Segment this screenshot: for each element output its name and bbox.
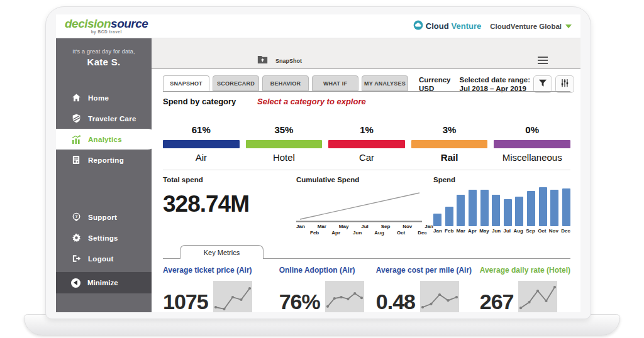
category-hotel[interactable]: 35% Hotel: [246, 124, 323, 163]
category-bar[interactable]: [328, 140, 405, 148]
bar[interactable]: [504, 199, 512, 226]
axis-tick-label: Sep: [526, 228, 535, 234]
metric-title: Online Adoption (Air): [279, 266, 376, 275]
metric-sparkline: [325, 281, 364, 312]
axis-tick-label: Dec: [561, 228, 570, 234]
sidebar-item-logout[interactable]: Logout: [56, 248, 152, 269]
bar[interactable]: [515, 197, 523, 226]
axis-tick-label: Jan: [296, 224, 305, 229]
sidebar-item-support[interactable]: ? Support: [56, 207, 152, 227]
app-header: decisionsource by BCD travel CloudVentur…: [56, 14, 580, 38]
cumulative-spend-block: Cumulative Spend JanMarMayJulSepNovJan F…: [296, 176, 433, 236]
axis-tick-label: May: [479, 228, 489, 234]
minimize-label: Minimize: [87, 279, 118, 286]
category-air[interactable]: 61% Air: [163, 124, 240, 163]
metric-sparkline: [420, 281, 459, 312]
sidebar-item-label: Support: [88, 214, 117, 221]
axis-tick-label: May: [339, 224, 349, 229]
help-bulb-icon: ?: [71, 212, 81, 222]
logo-text-decision: decision: [65, 17, 111, 30]
tab-my-analyses[interactable]: MY ANALYSES: [362, 75, 408, 91]
shield-icon: [71, 114, 81, 124]
axis-tick-label: Mar: [457, 228, 465, 234]
axis-tick-label: Jan: [425, 224, 433, 229]
account-selector[interactable]: CloudVenture Global: [490, 23, 572, 30]
bar[interactable]: [457, 195, 465, 226]
tab-snapshot[interactable]: SNAPSHOT: [163, 75, 209, 91]
category-percent: 35%: [246, 124, 323, 135]
cloudventure-logo: CloudVenture: [413, 20, 482, 33]
tabs-divider: [163, 91, 570, 92]
bar[interactable]: [539, 187, 547, 226]
total-spend-value: 328.74M: [163, 191, 296, 217]
category-label: Miscellaneous: [494, 152, 570, 163]
metric-sparkline: [213, 281, 252, 312]
axis-tick-label: Jan: [433, 228, 442, 234]
category-bar[interactable]: [246, 140, 323, 148]
cumulative-axis-labels-row1: JanMarMayJulSepNovJan: [296, 224, 433, 229]
axis-tick-label: Jul: [504, 228, 511, 234]
tab-what-if[interactable]: WHAT IF: [312, 75, 358, 91]
bar[interactable]: [480, 190, 489, 226]
analytics-icon: [71, 134, 81, 144]
bar[interactable]: [527, 191, 535, 226]
metric-sparkline: [518, 281, 557, 312]
category-bar[interactable]: [163, 140, 240, 148]
adjust-filters-button[interactable]: [555, 75, 574, 93]
sidebar-minimize-button[interactable]: Minimize: [56, 272, 152, 293]
tab-scorecard[interactable]: SCORECARD: [213, 75, 259, 91]
bar[interactable]: [445, 207, 453, 226]
category-car[interactable]: 1% Car: [328, 124, 405, 163]
dashboard-panel: SNAPSHOT SCORECARD BEHAVIOR WHAT IF MY A…: [152, 69, 580, 312]
metric-average-cost-per-mile: Average cost per mile (Air) 0.48: [376, 266, 480, 312]
spend-axis-labels: JanFebMarAprMayJunJulAugSepOctNovDec: [433, 228, 570, 234]
sidebar-item-label: Settings: [88, 234, 118, 242]
bar[interactable]: [433, 214, 441, 226]
category-rail[interactable]: 3% Rail: [411, 124, 488, 163]
sidebar-item-traveler-care[interactable]: Traveler Care: [56, 108, 152, 129]
sidebar-item-label: Home: [88, 94, 109, 102]
sidebar-item-settings[interactable]: Settings: [56, 227, 152, 248]
folder-upload-icon[interactable]: [257, 55, 268, 67]
metric-value: 76%: [279, 290, 320, 312]
axis-tick-label: Apr: [468, 228, 477, 234]
category-bar-row: 61% Air 35% Hotel 1%: [163, 124, 570, 163]
decisionsource-logo: decisionsource by BCD travel: [65, 18, 148, 35]
metric-value: 0.48: [376, 290, 415, 312]
tab-behavior[interactable]: BEHAVIOR: [262, 75, 309, 91]
logo-text-source: source: [111, 17, 148, 30]
metric-online-adoption: Online Adoption (Air) 76%: [279, 266, 376, 312]
cumulative-axis-labels-row2: FebAprJunAugOctDec: [296, 229, 433, 236]
bar[interactable]: [562, 188, 570, 226]
svg-text:?: ?: [75, 214, 78, 219]
sidebar-item-label: Logout: [88, 255, 114, 263]
bar[interactable]: [550, 190, 558, 226]
sidebar-item-analytics[interactable]: Analytics: [56, 129, 158, 150]
menu-icon[interactable]: [538, 57, 548, 66]
sidebar-item-reporting[interactable]: Reporting: [56, 150, 152, 170]
logout-icon: [71, 254, 81, 264]
axis-tick-label: Jun: [353, 230, 362, 236]
category-bar[interactable]: [411, 140, 488, 148]
chevron-down-icon: [565, 25, 572, 28]
axis-tick-label: Oct: [397, 230, 405, 236]
category-bar[interactable]: [494, 140, 570, 148]
tab-bar: SNAPSHOT SCORECARD BEHAVIOR WHAT IF MY A…: [163, 75, 574, 92]
category-miscellaneous[interactable]: 0% Miscellaneous: [494, 124, 570, 163]
axis-tick-label: Dec: [418, 230, 427, 236]
main-content: SnapShot SNAPSHOT SCORECARD BEHAVIOR WHA…: [152, 38, 580, 312]
bar[interactable]: [492, 195, 500, 226]
bar[interactable]: [469, 190, 477, 226]
filter-button[interactable]: [533, 75, 552, 93]
metric-average-daily-rate: Average daily rate (Hotel) 267: [480, 266, 570, 312]
axis-tick-label: Feb: [310, 230, 319, 236]
sidebar-item-home[interactable]: Home: [56, 87, 152, 108]
collapse-left-icon: [71, 278, 80, 288]
axis-tick-label: Jul: [361, 224, 369, 229]
partner-name-venture: Venture: [452, 21, 482, 31]
select-category-hint: Select a category to explore: [257, 97, 366, 106]
sidebar-item-label: Traveler Care: [88, 115, 136, 123]
key-metrics-tab[interactable]: Key Metrics: [180, 245, 264, 259]
view-name-label: SnapShot: [275, 58, 302, 64]
currency-value: USD: [419, 84, 451, 93]
